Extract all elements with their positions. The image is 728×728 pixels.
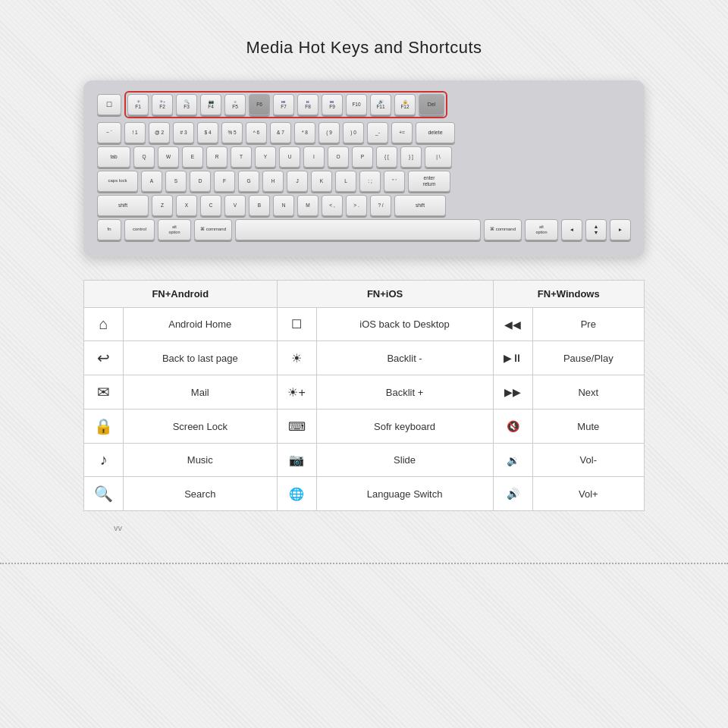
key-l: L bbox=[335, 171, 356, 192]
key-option-right: altoption bbox=[525, 219, 558, 240]
android-icon-cell: 🔍 bbox=[84, 477, 124, 511]
android-action-cell: Mail bbox=[124, 375, 278, 410]
key-bracket-close: } ] bbox=[400, 146, 422, 168]
key-tab: tab bbox=[97, 146, 130, 168]
asdf-row: caps lock A S D F G H J K L : ; " ' ente… bbox=[97, 171, 631, 192]
key-7: & 7 bbox=[270, 122, 291, 143]
key-e: E bbox=[182, 146, 203, 168]
key-f11: 🔊F11 bbox=[370, 94, 391, 115]
windows-action-cell: Vol- bbox=[532, 444, 644, 477]
key-period: > . bbox=[346, 195, 367, 216]
windows-icon-cell: ▶▶ bbox=[493, 375, 532, 410]
table-row: ⌂Android Home☐iOS back to Desktop◀◀Pre bbox=[84, 308, 645, 341]
android-icon-cell: ✉ bbox=[84, 375, 124, 410]
key-8: * 8 bbox=[294, 122, 315, 143]
windows-action-cell: Mute bbox=[532, 410, 644, 444]
ios-icon-cell: ☐ bbox=[277, 308, 316, 341]
key-f2: ☀+F2 bbox=[152, 94, 173, 115]
key-fn: fn bbox=[97, 219, 121, 240]
table-row: 🔍Search🌐Language Switch🔊Vol+ bbox=[84, 477, 645, 511]
key-control: control bbox=[124, 219, 155, 240]
key-comma: < , bbox=[322, 195, 343, 216]
shortcuts-table: FN+Android FN+iOS FN+Windows ⌂Android Ho… bbox=[83, 280, 645, 511]
ios-icon-cell: ☀+ bbox=[277, 375, 316, 410]
header-fn-android: FN+Android bbox=[84, 281, 278, 308]
key-g: G bbox=[238, 171, 259, 192]
key-f8: ⏯F8 bbox=[297, 94, 318, 115]
ios-action-cell: iOS back to Desktop bbox=[316, 308, 493, 341]
key-delete: delete bbox=[416, 122, 455, 143]
ios-action-cell: Backlit + bbox=[316, 375, 493, 410]
key-f9: ⏭F9 bbox=[322, 94, 343, 115]
windows-icon-cell: ◀◀ bbox=[493, 308, 532, 341]
key-j: J bbox=[287, 171, 308, 192]
key-arrow-left: ◄ bbox=[561, 219, 582, 240]
dotted-divider bbox=[0, 563, 728, 564]
key-quote: " ' bbox=[384, 171, 405, 192]
table-row: 🔒Screen Lock⌨Sofr keyboard🔇Mute bbox=[84, 410, 645, 444]
key-arrow-right: ► bbox=[610, 219, 631, 240]
windows-icon-cell: ▶⏸ bbox=[493, 341, 532, 375]
footer-vv: vv bbox=[83, 523, 645, 532]
key-capslock: caps lock bbox=[97, 171, 138, 192]
android-icon-cell: ↩ bbox=[84, 341, 124, 375]
key-command-right: ⌘ command bbox=[484, 219, 522, 240]
key-tilde: ~ ` bbox=[97, 122, 121, 143]
key-f4: 📷F4 bbox=[200, 94, 221, 115]
key-f10: F10 bbox=[346, 94, 367, 115]
windows-action-cell: Vol+ bbox=[532, 477, 644, 511]
android-action-cell: Search bbox=[124, 477, 278, 511]
key-q: Q bbox=[133, 146, 155, 168]
android-icon-cell: ⌂ bbox=[84, 308, 124, 341]
key-c: C bbox=[200, 195, 221, 216]
keyboard-image: ☐ ☀F1 ☀+F2 🔍F3 📷F4 ≡F5 F6 ⏮F7 ⏯F8 ⏭F9 F1… bbox=[83, 80, 645, 257]
ios-icon-cell: 📷 bbox=[277, 444, 316, 477]
number-row: ~ ` ! 1 @ 2 # 3 $ 4 % 5 ^ 6 & 7 * 8 ( 9 … bbox=[97, 122, 631, 143]
key-arrow-updown: ▲▼ bbox=[585, 219, 607, 240]
key-9: ( 9 bbox=[318, 122, 340, 143]
key-h: H bbox=[262, 171, 284, 192]
key-n: N bbox=[273, 195, 294, 216]
key-option-left: altoption bbox=[158, 219, 191, 240]
key-v: V bbox=[224, 195, 246, 216]
key-f3: 🔍F3 bbox=[176, 94, 197, 115]
key-del: Del bbox=[419, 94, 444, 115]
key-f6: F6 bbox=[249, 94, 270, 115]
key-y: Y bbox=[255, 146, 276, 168]
qwerty-row: tab Q W E R T Y U I O P { [ } ] | \ bbox=[97, 146, 631, 168]
key-r: R bbox=[206, 146, 228, 168]
windows-icon-cell: 🔊 bbox=[493, 477, 532, 511]
key-shift-right: shift bbox=[394, 195, 446, 216]
key-f12: 🔒F12 bbox=[394, 94, 416, 115]
ios-icon-cell: 🌐 bbox=[277, 477, 316, 511]
key-d: D bbox=[190, 171, 211, 192]
key-z: Z bbox=[152, 195, 173, 216]
android-icon-cell: ♪ bbox=[84, 444, 124, 477]
windows-action-cell: Next bbox=[532, 375, 644, 410]
windows-icon-cell: 🔇 bbox=[493, 410, 532, 444]
key-semicolon: : ; bbox=[359, 171, 381, 192]
key-p: P bbox=[352, 146, 373, 168]
android-action-cell: Music bbox=[124, 444, 278, 477]
key-backslash: | \ bbox=[425, 146, 452, 168]
android-action-cell: Screen Lock bbox=[124, 410, 278, 444]
key-s: S bbox=[165, 171, 187, 192]
zxcv-row: shift Z X C V B N M < , > . ? / shift bbox=[97, 195, 631, 216]
key-a: A bbox=[141, 171, 162, 192]
ios-action-cell: Backlit - bbox=[316, 341, 493, 375]
key-esc: ☐ bbox=[97, 94, 121, 115]
ios-icon-cell: ☀ bbox=[277, 341, 316, 375]
key-equals: += bbox=[391, 122, 413, 143]
table-row: ✉Mail☀+Backlit +▶▶Next bbox=[84, 375, 645, 410]
shortcuts-section: FN+Android FN+iOS FN+Windows ⌂Android Ho… bbox=[83, 280, 645, 511]
key-enter: enterreturn bbox=[408, 171, 450, 192]
android-action-cell: Android Home bbox=[124, 308, 278, 341]
key-6: ^ 6 bbox=[246, 122, 267, 143]
key-3: # 3 bbox=[173, 122, 194, 143]
ios-action-cell: Sofr keyboard bbox=[316, 410, 493, 444]
header-fn-windows: FN+Windows bbox=[493, 281, 644, 308]
key-f1: ☀F1 bbox=[127, 94, 149, 115]
key-command-left: ⌘ command bbox=[194, 219, 232, 240]
key-t: T bbox=[231, 146, 252, 168]
key-i: I bbox=[303, 146, 325, 168]
